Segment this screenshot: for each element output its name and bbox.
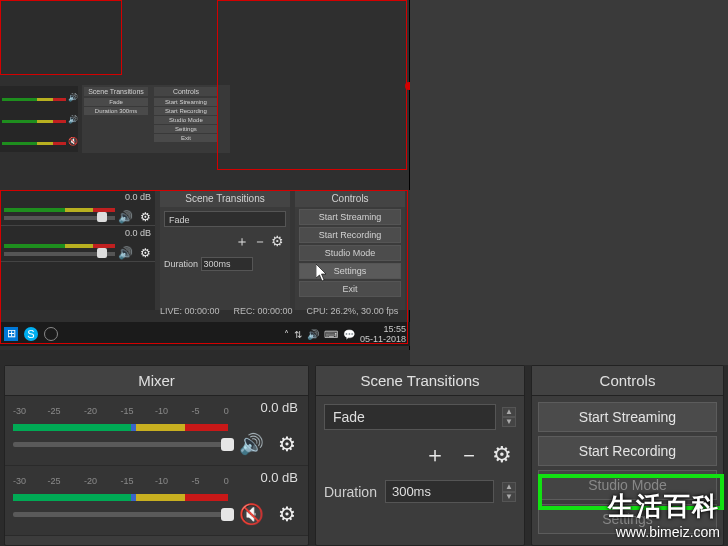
mixer-db-0: 0.0 dB xyxy=(260,400,298,415)
nested-duration-input[interactable] xyxy=(201,257,253,271)
controls-panel: Controls Start Streaming Start Recording… xyxy=(531,365,724,546)
nested-trans-header: Scene Transitions xyxy=(160,190,290,207)
mixer-channel-0: 0.0 dB -30 -25 -20 -15 -10 -5 0 🔊 ⚙ xyxy=(5,396,308,466)
status-cpu: CPU: 26.2%, 30.00 fps xyxy=(307,306,399,322)
scene-transitions-panel: Scene Transitions Fade ▲ ▼ ＋ － ⚙ Duratio… xyxy=(315,365,525,546)
nested-exit-button[interactable]: Exit xyxy=(299,281,401,297)
tray-chat-icon[interactable]: 💬 xyxy=(343,329,355,340)
scale-tick: -10 xyxy=(155,476,168,486)
nested-screenshot: 🔊 🔊 🔇 Scene Transitions Fade Duration 30… xyxy=(0,0,410,350)
minus-icon[interactable]: － xyxy=(458,440,480,470)
minus-icon[interactable]: － xyxy=(253,233,267,249)
nested-studio-mode-button[interactable]: Studio Mode xyxy=(299,245,401,261)
taskbar-start-icon[interactable]: ⊞ xyxy=(4,327,18,341)
scale-tick: -5 xyxy=(191,406,199,416)
scale-tick: -15 xyxy=(121,476,134,486)
gear-icon[interactable]: ⚙ xyxy=(140,246,151,260)
plus-icon[interactable]: ＋ xyxy=(424,440,446,470)
scale-tick: -25 xyxy=(47,476,60,486)
nested-settings-button[interactable]: Settings xyxy=(299,263,401,279)
scale-tick: -30 xyxy=(13,406,26,416)
scale-tick: -15 xyxy=(121,406,134,416)
speaker-icon[interactable]: 🔊 xyxy=(118,210,133,224)
mixer-panel: Mixer 0.0 dB -30 -25 -20 -15 -10 -5 0 🔊 … xyxy=(4,365,309,546)
tray-volume-icon[interactable]: 🔊 xyxy=(307,329,319,340)
bottom-panels: Mixer 0.0 dB -30 -25 -20 -15 -10 -5 0 🔊 … xyxy=(0,365,728,546)
nested-db-0: 0.0 dB xyxy=(125,192,151,202)
obs-icon[interactable] xyxy=(44,327,58,341)
gear-icon[interactable]: ⚙ xyxy=(278,432,296,456)
gear-icon[interactable]: ⚙ xyxy=(271,233,284,249)
transition-select-value: Fade xyxy=(333,409,365,425)
scale-tick: -20 xyxy=(84,476,97,486)
chevron-down-icon[interactable]: ▼ xyxy=(502,492,516,502)
scale-tick: 0 xyxy=(224,406,229,416)
plus-icon[interactable]: ＋ xyxy=(235,233,249,249)
nested-taskbar: ⊞ S ˄ ⇅ 🔊 ⌨ 💬 15:55 05-11-2018 xyxy=(0,322,410,346)
skype-icon[interactable]: S xyxy=(24,327,38,341)
duration-input[interactable]: 300ms xyxy=(385,480,494,503)
nested-duration-label: Duration xyxy=(164,259,198,269)
mini-ctrl-4: Exit xyxy=(154,134,218,142)
tray-keyboard-icon[interactable]: ⌨ xyxy=(324,329,338,340)
transition-stepper[interactable]: ▲ ▼ xyxy=(502,407,516,427)
gear-icon[interactable]: ⚙ xyxy=(140,210,151,224)
nested-start-streaming-button[interactable]: Start Streaming xyxy=(299,209,401,225)
scale-tick: -10 xyxy=(155,406,168,416)
transition-select[interactable]: Fade xyxy=(324,404,496,430)
mini-ctrl-3: Settings xyxy=(154,125,218,133)
mini-ctrl-2: Studio Mode xyxy=(154,116,218,124)
mixer-title: Mixer xyxy=(5,366,308,396)
mixer-slider-0[interactable] xyxy=(13,442,228,447)
nested-statusbar: LIVE: 00:00:00 REC: 00:00:00 CPU: 26.2%,… xyxy=(160,306,404,322)
chevron-down-icon[interactable]: ▼ xyxy=(502,417,516,427)
gear-icon[interactable]: ⚙ xyxy=(278,502,296,526)
scale-tick: -5 xyxy=(191,476,199,486)
duration-label: Duration xyxy=(324,484,377,500)
nested-mini-mixer: 🔊 🔊 🔇 xyxy=(0,86,78,152)
speaker-muted-icon[interactable]: 🔇 xyxy=(239,502,264,526)
gear-icon[interactable]: ⚙ xyxy=(492,442,512,468)
speaker-icon[interactable]: 🔊 xyxy=(239,432,264,456)
mini-trans-sel: Fade xyxy=(84,98,148,106)
nested-medium-row: 0.0 dB 🔊 ⚙ 0.0 dB 🔊 ⚙ Scene Transitions … xyxy=(0,190,410,310)
mixer-db-1: 0.0 dB xyxy=(260,470,298,485)
mixer-slider-1[interactable] xyxy=(13,512,228,517)
mixer-meter-0 xyxy=(13,424,228,431)
controls-title: Controls xyxy=(532,366,723,396)
mini-trans-duration: Duration 300ms xyxy=(84,107,148,115)
studio-mode-button[interactable]: Studio Mode xyxy=(538,470,717,500)
nested-mixer: 0.0 dB 🔊 ⚙ 0.0 dB 🔊 ⚙ xyxy=(0,190,155,310)
settings-button[interactable]: Settings xyxy=(538,504,717,534)
nested-controls: Controls Start Streaming Start Recording… xyxy=(295,190,405,310)
status-rec: REC: 00:00:00 xyxy=(234,306,293,322)
mini-trans-header: Scene Transitions xyxy=(84,87,148,96)
mini-ctrl-1: Start Recording xyxy=(154,107,218,115)
start-streaming-button[interactable]: Start Streaming xyxy=(538,402,717,432)
chevron-up-icon[interactable]: ▲ xyxy=(502,482,516,492)
mini-ctrl-header: Controls xyxy=(154,87,218,96)
mixer-channel-1: 0.0 dB -30 -25 -20 -15 -10 -5 0 🔇 ⚙ xyxy=(5,466,308,536)
scale-tick: -30 xyxy=(13,476,26,486)
nested-start-recording-button[interactable]: Start Recording xyxy=(299,227,401,243)
chevron-up-icon[interactable]: ▲ xyxy=(502,407,516,417)
tray-chevron-up-icon[interactable]: ˄ xyxy=(284,329,289,340)
mini-ctrl-0: Start Streaming xyxy=(154,98,218,106)
nested-transitions: Scene Transitions Fade ＋ － ⚙ Duration xyxy=(160,190,290,310)
start-recording-button[interactable]: Start Recording xyxy=(538,436,717,466)
scene-transitions-title: Scene Transitions xyxy=(316,366,524,396)
nested-red-outline-top xyxy=(217,0,407,170)
scale-tick: -25 xyxy=(47,406,60,416)
speaker-icon[interactable]: 🔊 xyxy=(118,246,133,260)
status-live: LIVE: 00:00:00 xyxy=(160,306,220,322)
duration-stepper[interactable]: ▲ ▼ xyxy=(502,482,516,502)
nested-ctrl-header: Controls xyxy=(295,190,405,207)
nested-mini-panels: Scene Transitions Fade Duration 300ms Co… xyxy=(82,85,230,153)
nested-db-1: 0.0 dB xyxy=(125,228,151,238)
duration-value: 300ms xyxy=(392,484,431,499)
nested-trans-select[interactable]: Fade xyxy=(164,211,286,227)
scale-tick: 0 xyxy=(224,476,229,486)
scale-tick: -20 xyxy=(84,406,97,416)
taskbar-clock[interactable]: 15:55 05-11-2018 xyxy=(360,324,406,344)
tray-wifi-icon[interactable]: ⇅ xyxy=(294,329,302,340)
